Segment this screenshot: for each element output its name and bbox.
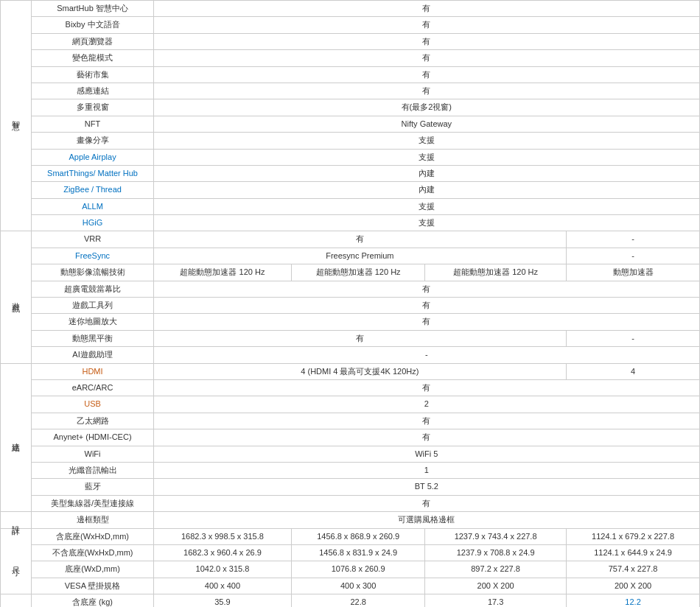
value-cell: 1682.3 x 998.5 x 315.8	[153, 528, 292, 544]
feature-cell: SmartHub 智慧中心	[32, 1, 153, 17]
value-cell: 1682.3 x 960.4 x 26.9	[153, 544, 292, 561]
value-cell: 支援	[153, 215, 699, 231]
value-cell: 1076.8 x 260.9	[292, 561, 425, 578]
spec-table: 智慧SmartHub 智慧中心有Bixby 中文語音有網頁瀏覽器有變色龍模式有藝…	[0, 0, 700, 607]
value-cell: 有	[153, 33, 699, 49]
value-cell: 1237.9 x 743.4 x 227.8	[425, 528, 567, 544]
feature-cell: VESA 壁掛規格	[32, 578, 153, 594]
feature-cell: 美型集線器/美型連接線	[32, 495, 153, 511]
value-cell: 有	[153, 298, 699, 314]
value-cell: 897.2 x 227.8	[425, 561, 567, 578]
feature-cell: Anynet+ (HDMI-CEC)	[32, 429, 153, 446]
feature-cell: 動態影像流暢技術	[32, 264, 153, 281]
value-cell: 200 X 200	[567, 578, 700, 594]
value-cell: 1237.9 x 708.8 x 24.9	[425, 544, 567, 561]
value-cell: 可選購風格邊框	[153, 512, 699, 528]
value-cell: 200 X 200	[425, 578, 567, 594]
value-cell: 有	[153, 66, 699, 83]
value-cell: 有	[153, 231, 566, 248]
feature-cell: HGiG	[32, 215, 153, 231]
feature-cell: 多重視窗	[32, 99, 153, 116]
value-cell: 支援	[153, 198, 699, 214]
feature-cell: 迷你地圖放大	[32, 314, 153, 330]
value-cell: 動態加速器	[567, 264, 700, 281]
feature-cell: NFT	[32, 116, 153, 132]
value-cell: 有	[153, 83, 699, 99]
value-cell: 有	[153, 1, 699, 17]
value-cell: Freesync Premium	[153, 248, 566, 264]
value-cell: 超能動態加速器 120 Hz	[292, 264, 425, 281]
feature-cell: 動態黑平衡	[32, 330, 153, 346]
feature-cell: 乙太網路	[32, 413, 153, 429]
feature-cell: 不含底座(WxHxD,mm)	[32, 544, 153, 561]
value-cell: 有	[153, 281, 699, 297]
feature-cell: 含底座(WxHxD,mm)	[32, 528, 153, 544]
feature-cell: 藍牙	[32, 479, 153, 495]
feature-cell: 畫像分享	[32, 133, 153, 149]
value-cell: 有	[153, 50, 699, 66]
value-cell: 有	[153, 314, 699, 330]
feature-cell: 遊戲工具列	[32, 298, 153, 314]
value-cell: -	[567, 330, 700, 346]
value-cell: 支援	[153, 149, 699, 165]
value-cell: 1456.8 x 868.9 x 260.9	[292, 528, 425, 544]
value-cell: 超能動態加速器 120 Hz	[153, 264, 292, 281]
feature-cell: USB	[32, 396, 153, 413]
feature-cell: 感應連結	[32, 83, 153, 99]
feature-cell: WiFi	[32, 446, 153, 462]
value-cell: 支援	[153, 133, 699, 149]
feature-cell: 藝術市集	[32, 66, 153, 83]
value-cell: 有	[153, 17, 699, 33]
value-cell: 有	[153, 413, 699, 429]
category-cell: 智慧	[1, 1, 32, 231]
category-cell: 遊戲	[1, 231, 32, 363]
value-cell: 1	[153, 462, 699, 478]
value-cell: WiFi 5	[153, 446, 699, 462]
value-cell: 1042.0 x 315.8	[153, 561, 292, 578]
spec-table-wrapper: 智慧SmartHub 智慧中心有Bixby 中文語音有網頁瀏覽器有變色龍模式有藝…	[0, 0, 700, 607]
feature-cell: eARC/ARC	[32, 379, 153, 396]
feature-cell: 含底座 (kg)	[32, 594, 153, 607]
value-cell: 17.3	[425, 594, 567, 607]
category-cell: 尺寸	[1, 528, 32, 594]
value-cell: 35.9	[153, 594, 292, 607]
feature-cell: 超廣電競當幕比	[32, 281, 153, 297]
value-cell: 4 (HDMI 4 最高可支援4K 120Hz)	[153, 363, 566, 379]
value-cell: 1456.8 x 831.9 x 24.9	[292, 544, 425, 561]
value-cell: 有(最多2視窗)	[153, 99, 699, 116]
value-cell: 400 x 300	[292, 578, 425, 594]
value-cell: 12.2	[567, 594, 700, 607]
value-cell: 有	[153, 379, 699, 396]
feature-cell: 光纖音訊輸出	[32, 462, 153, 478]
feature-cell: ALLM	[32, 198, 153, 214]
value-cell: 有	[153, 495, 699, 511]
value-cell: 內建	[153, 165, 699, 181]
value-cell: 1124.1 x 644.9 x 24.9	[567, 544, 700, 561]
value-cell: BT 5.2	[153, 479, 699, 495]
value-cell: 400 x 400	[153, 578, 292, 594]
feature-cell: FreeSync	[32, 248, 153, 264]
value-cell: -	[567, 248, 700, 264]
value-cell: -	[567, 231, 700, 248]
feature-cell: 底座(WxD,mm)	[32, 561, 153, 578]
value-cell: 22.8	[292, 594, 425, 607]
value-cell: Nifty Gateway	[153, 116, 699, 132]
value-cell: 1124.1 x 679.2 x 227.8	[567, 528, 700, 544]
feature-cell: 網頁瀏覽器	[32, 33, 153, 49]
category-cell: 連結	[1, 363, 32, 512]
feature-cell: 變色龍模式	[32, 50, 153, 66]
feature-cell: AI遊戲助理	[32, 347, 153, 363]
value-cell: 有	[153, 429, 699, 446]
category-cell: 重量	[1, 594, 32, 607]
feature-cell: HDMI	[32, 363, 153, 379]
feature-cell: 邊框類型	[32, 512, 153, 528]
value-cell: 有	[153, 330, 566, 346]
value-cell: 超能動態加速器 120 Hz	[425, 264, 567, 281]
value-cell: 757.4 x 227.8	[567, 561, 700, 578]
feature-cell: Bixby 中文語音	[32, 17, 153, 33]
value-cell: 4	[567, 363, 700, 379]
value-cell: 內建	[153, 182, 699, 198]
value-cell: -	[153, 347, 699, 363]
feature-cell: SmartThings/ Matter Hub	[32, 165, 153, 181]
value-cell: 2	[153, 396, 699, 413]
